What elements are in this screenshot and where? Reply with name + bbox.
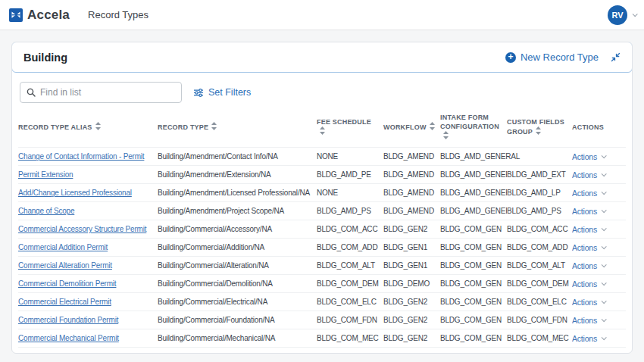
record-type-alias-link[interactable]: Commercial Accessory Structure Permit xyxy=(18,225,158,233)
cell-fee-schedule: BLDG_COM_ALT xyxy=(317,261,383,270)
cell-record-type: Building/Commercial/Alteration/NA xyxy=(158,261,317,270)
cell-intake-form-configuration: BLDG_COM_GEN xyxy=(440,243,507,251)
record-type-alias-link[interactable]: Commercial Alteration Permit xyxy=(18,261,158,270)
column-header-record-type: RECORD TYPE xyxy=(158,122,317,133)
cell-workflow: BLDG_GEN2 xyxy=(383,334,440,342)
sort-up-down-icon[interactable] xyxy=(430,122,435,133)
filter-sliders-icon xyxy=(193,88,204,98)
chevron-down-icon xyxy=(602,190,607,195)
record-type-alias-link[interactable]: Permit Extension xyxy=(18,170,158,179)
actions-dropdown[interactable]: Actions xyxy=(572,243,626,252)
cell-custom-fields-group: BLDG_COM_DEM xyxy=(507,279,572,288)
plus-circle-icon: + xyxy=(505,52,516,63)
actions-dropdown[interactable]: Actions xyxy=(572,189,626,198)
search-box[interactable] xyxy=(20,82,182,103)
cell-custom-fields-group: BLDG_COM_ACC xyxy=(507,225,572,233)
cell-intake-form-configuration: BLDG_AMD_GENERAL xyxy=(440,170,507,179)
sort-up-down-icon[interactable] xyxy=(536,126,541,137)
cell-fee-schedule: BLDG_COM_ADD xyxy=(317,243,383,251)
actions-dropdown[interactable]: Actions xyxy=(572,334,626,343)
actions-dropdown[interactable]: Actions xyxy=(572,261,626,270)
cell-workflow: BLDG_DEMO xyxy=(383,279,440,288)
table-row: Commercial Mechanical Permit Building/Co… xyxy=(18,329,626,347)
user-avatar[interactable]: RV xyxy=(608,5,627,25)
cell-workflow: BLDG_AMEND xyxy=(383,170,440,179)
cell-intake-form-configuration: BLDG_COM_GEN xyxy=(440,225,507,233)
new-record-type-button[interactable]: + New Record Type xyxy=(505,51,599,63)
cell-custom-fields-group: BLDG_COM_MEC xyxy=(507,334,572,342)
cell-record-type: Building/Commercial/Demolition/NA xyxy=(158,279,317,288)
table-row: Change of Contact Information - Permit B… xyxy=(18,147,626,165)
collapse-diagonal-icon xyxy=(611,52,621,62)
table-row: Commercial Accessory Structure Permit Bu… xyxy=(18,220,626,238)
record-type-alias-link[interactable]: Commercial Electrical Permit xyxy=(18,298,158,306)
cell-record-type: Building/Commercial/New/NA xyxy=(158,352,317,354)
cell-fee-schedule: NONE xyxy=(317,189,383,197)
cell-custom-fields-group: BLDG_AMD_LP xyxy=(507,189,572,197)
cell-workflow: BLDG_AMEND xyxy=(383,152,440,161)
record-type-alias-link[interactable]: Commercial Foundation Permit xyxy=(18,316,158,324)
cell-custom-fields-group: BLDG_COM_ELC xyxy=(507,298,572,306)
record-type-alias-link[interactable]: Commercial Demolition Permit xyxy=(18,279,158,288)
card-title: Building xyxy=(23,51,67,64)
actions-dropdown[interactable]: Actions xyxy=(572,225,626,234)
record-type-alias-link[interactable]: Commercial New Construction Permit xyxy=(18,352,158,354)
cell-record-type: Building/Amendment/Contact Info/NA xyxy=(158,152,317,161)
actions-dropdown[interactable]: Actions xyxy=(572,279,626,289)
cell-custom-fields-group: BLDG_COM_ALT xyxy=(507,261,572,270)
record-type-alias-link[interactable]: Add/Change Licensed Professional xyxy=(18,189,158,197)
cell-record-type: Building/Commercial/Foundation/NA xyxy=(158,316,317,324)
record-type-alias-link[interactable]: Commercial Mechanical Permit xyxy=(18,334,158,342)
accela-mark-icon xyxy=(9,8,23,22)
table-row: Change of Scope Building/Amendment/Proje… xyxy=(18,201,626,220)
sort-up-down-icon[interactable] xyxy=(443,131,449,142)
actions-dropdown[interactable]: Actions xyxy=(572,170,626,179)
table-row: Commercial Addition Permit Building/Comm… xyxy=(18,238,626,256)
cell-workflow: BLDG_GEN2 xyxy=(383,298,440,306)
cell-record-type: Building/Commercial/Electrical/NA xyxy=(158,298,317,306)
record-type-alias-link[interactable]: Change of Scope xyxy=(18,207,158,215)
chevron-down-icon xyxy=(602,226,607,232)
set-filters-button[interactable]: Set Filters xyxy=(193,87,251,98)
chevron-down-icon xyxy=(602,299,607,304)
cell-record-type: Building/Amendment/Project Scope/NA xyxy=(158,207,317,215)
collapse-panel-button[interactable] xyxy=(611,52,621,62)
sort-up-down-icon[interactable] xyxy=(211,122,217,133)
cell-fee-schedule: BLDG_AMD_PS xyxy=(317,207,383,215)
table-row: Commercial Alteration Permit Building/Co… xyxy=(18,256,626,274)
cell-workflow: BLDG_AMEND xyxy=(383,207,440,215)
sort-up-down-icon[interactable] xyxy=(320,126,325,137)
actions-dropdown[interactable]: Actions xyxy=(572,352,626,354)
cell-workflow: BLDG_GEN2 xyxy=(383,316,440,324)
building-record-types-card: Building + New Record Type xyxy=(11,42,633,354)
cell-record-type: Building/Amendment/Licensed Professional… xyxy=(158,189,317,197)
record-types-table: RECORD TYPE ALIAS RECORD TYPE FEE SCHEDU… xyxy=(12,109,632,354)
column-header-intake-form-configuration: INTAKE FORM CONFIGURATION xyxy=(440,113,507,142)
cell-record-type: Building/Commercial/Mechanical/NA xyxy=(158,334,317,342)
actions-dropdown[interactable]: Actions xyxy=(572,298,626,307)
table-toolbar: Set Filters xyxy=(12,73,632,109)
brand-name: Accela xyxy=(27,8,70,23)
sort-up-down-icon[interactable] xyxy=(95,122,101,133)
actions-dropdown[interactable]: Actions xyxy=(572,316,626,325)
chevron-down-icon xyxy=(602,281,607,286)
cell-intake-form-configuration: BLDG_COM_GEN xyxy=(440,298,507,306)
page-title: Record Types xyxy=(88,9,148,20)
cell-custom-fields-group: BLDG_COM_ADD xyxy=(507,243,572,251)
user-menu-chevron-down-icon[interactable] xyxy=(633,11,638,17)
search-input[interactable] xyxy=(40,87,175,98)
actions-dropdown[interactable]: Actions xyxy=(572,207,626,216)
record-type-alias-link[interactable]: Change of Contact Information - Permit xyxy=(18,152,158,161)
cell-custom-fields-group: BLDG_COM_NEW xyxy=(507,352,572,354)
chevron-down-icon xyxy=(602,317,607,323)
record-type-alias-link[interactable]: Commercial Addition Permit xyxy=(18,243,158,251)
chevron-down-icon xyxy=(602,335,607,341)
cell-record-type: Building/Amendment/Extension/NA xyxy=(158,170,317,179)
cell-intake-form-configuration: BLDG_COM_GEN xyxy=(440,352,507,354)
actions-dropdown[interactable]: Actions xyxy=(572,152,626,161)
cell-intake-form-configuration: BLDG_AMD_GENERAL xyxy=(440,152,507,161)
chevron-down-icon xyxy=(602,154,607,159)
cell-fee-schedule: BLDG_COM_MEC xyxy=(317,334,383,342)
accela-logo[interactable]: Accela xyxy=(9,8,70,23)
table-row: Permit Extension Building/Amendment/Exte… xyxy=(18,165,626,183)
